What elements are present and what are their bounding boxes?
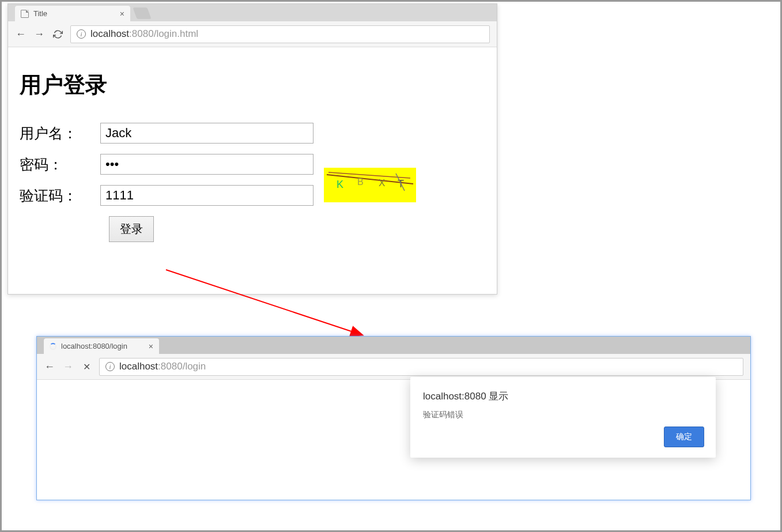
alert-message: 验证码错误 xyxy=(423,410,703,420)
username-row: 用户名： xyxy=(20,123,485,144)
info-icon[interactable]: i xyxy=(77,29,86,39)
browser-window-2: localhost:8080/login × ← → ✕ i localhost… xyxy=(36,336,751,500)
alert-ok-button[interactable]: 确定 xyxy=(664,427,704,447)
browser-tab-2[interactable]: localhost:8080/login × xyxy=(44,338,159,354)
tab-bar: Title × xyxy=(8,4,497,21)
loading-spinner-icon xyxy=(50,343,56,350)
back-button[interactable]: ← xyxy=(15,28,27,40)
reload-button[interactable] xyxy=(52,28,63,40)
stop-button[interactable]: ✕ xyxy=(81,361,92,372)
username-label: 用户名： xyxy=(20,124,95,143)
page-title: 用户登录 xyxy=(20,70,485,100)
tab-bar-2: localhost:8080/login × xyxy=(37,337,750,354)
browser-window-1: Title × ← → i localhost:8080/login.html … xyxy=(7,3,497,295)
captcha-row: 验证码： K B X T xyxy=(20,185,485,206)
url-input[interactable]: i localhost:8080/login.html xyxy=(70,25,490,43)
info-icon[interactable]: i xyxy=(105,362,115,371)
back-button-2[interactable]: ← xyxy=(44,361,55,372)
address-bar: ← → i localhost:8080/login.html xyxy=(8,21,497,47)
forward-button[interactable]: → xyxy=(33,28,45,40)
close-icon[interactable]: × xyxy=(149,342,153,351)
svg-text:X: X xyxy=(379,178,385,188)
svg-text:B: B xyxy=(357,177,364,187)
captcha-image[interactable]: K B X T xyxy=(324,168,416,202)
login-button[interactable]: 登录 xyxy=(109,216,154,242)
password-label: 密码： xyxy=(20,155,95,174)
captcha-label: 验证码： xyxy=(20,186,95,205)
alert-title: localhost:8080 显示 xyxy=(423,390,703,403)
forward-button-2: → xyxy=(62,361,74,372)
browser-tab[interactable]: Title × xyxy=(15,6,130,21)
page-content: 用户登录 用户名： 密码： 验证码： K B X T xyxy=(8,47,497,254)
url-text: localhost:8080/login.html xyxy=(90,28,198,40)
svg-text:K: K xyxy=(337,179,343,190)
tab-title: Title xyxy=(33,9,47,18)
new-tab-button[interactable] xyxy=(133,7,151,19)
close-icon[interactable]: × xyxy=(120,9,124,18)
url-text-2: localhost:8080/login xyxy=(119,361,206,372)
captcha-input[interactable] xyxy=(100,185,313,206)
password-input[interactable] xyxy=(100,154,313,175)
file-icon xyxy=(21,10,29,18)
alert-dialog: localhost:8080 显示 验证码错误 确定 xyxy=(410,377,716,458)
username-input[interactable] xyxy=(100,123,313,144)
tab-title-2: localhost:8080/login xyxy=(61,342,127,350)
address-bar-2: ← → ✕ i localhost:8080/login xyxy=(37,354,750,380)
url-input-2[interactable]: i localhost:8080/login xyxy=(99,358,743,376)
new-tab-button-2[interactable] xyxy=(161,340,180,352)
